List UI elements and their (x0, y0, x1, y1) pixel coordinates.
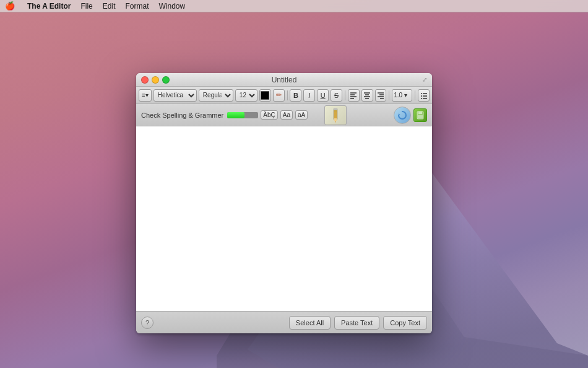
apple-menu[interactable]: 🍎 (5, 1, 15, 11)
titlebar: Untitled ⤢ (136, 73, 432, 87)
font-selector[interactable]: Helvetica Arial Times New Roman (153, 89, 197, 102)
font-size-selector[interactable]: 12 10 14 16 18 (235, 89, 257, 102)
main-window: Untitled ⤢ ≡▾ Helvetica Arial Times New … (136, 73, 432, 333)
separator-4 (415, 90, 415, 100)
refresh-icon (397, 110, 407, 120)
spell-check-bar: Check Spelling & Grammer ÄbÇ Aa aA (136, 104, 432, 126)
separator-3 (389, 90, 389, 100)
color-button[interactable] (259, 89, 271, 102)
svg-rect-22 (334, 118, 337, 121)
font-style-selector[interactable]: Regular Bold Italic (199, 89, 233, 102)
refresh-button[interactable] (394, 107, 411, 124)
align-right-button[interactable] (375, 89, 387, 102)
save-button[interactable] (413, 108, 427, 122)
save-icon (416, 111, 425, 120)
menu-file[interactable]: File (80, 2, 92, 11)
highlight-button[interactable]: ✏ (273, 89, 285, 102)
italic-button[interactable]: I (303, 89, 315, 102)
underline-button[interactable]: U (317, 89, 329, 102)
svg-rect-24 (334, 108, 337, 110)
help-button[interactable]: ? (141, 317, 153, 329)
bold-button[interactable]: B (290, 89, 301, 102)
svg-rect-29 (418, 112, 422, 114)
separator-1 (287, 90, 288, 100)
svg-point-15 (421, 93, 422, 94)
strikethrough-button[interactable]: S (331, 89, 342, 102)
close-button[interactable] (141, 76, 149, 84)
window-title: Untitled (272, 76, 297, 84)
separator-2 (345, 90, 345, 100)
color-swatch (261, 91, 269, 100)
list-button[interactable] (418, 89, 430, 102)
svg-point-19 (421, 98, 422, 99)
svg-marker-27 (399, 113, 400, 115)
window-action-buttons (394, 107, 427, 124)
spell-progress-fill (227, 112, 244, 118)
spell-icons: ÄbÇ Aa aA (227, 110, 308, 120)
svg-marker-23 (335, 121, 336, 123)
app-name[interactable]: The A Editor (27, 2, 71, 11)
select-all-button[interactable]: Select All (289, 316, 331, 330)
line-spacing-selector[interactable]: 1.0 ▾ (392, 89, 412, 102)
minimize-button[interactable] (152, 76, 159, 84)
spell-check-label: Check Spelling & Grammer (141, 112, 223, 119)
svg-rect-30 (418, 115, 423, 118)
copy-text-button[interactable]: Copy Text (383, 316, 427, 330)
align-center-button[interactable] (361, 89, 373, 102)
toolbar: ≡▾ Helvetica Arial Times New Roman Regul… (136, 87, 432, 104)
spell-progress-bar (227, 112, 258, 118)
svg-point-17 (421, 95, 422, 97)
maximize-button[interactable] (162, 76, 170, 84)
menu-edit[interactable]: Edit (103, 2, 116, 11)
spell-abc-button[interactable]: ÄbÇ (261, 110, 277, 120)
spell-a-button[interactable]: aA (295, 110, 308, 120)
expand-icon[interactable]: ⤢ (422, 76, 427, 83)
menubar: 🍎 The A Editor File Edit Format Window (0, 0, 588, 12)
list-style-button[interactable]: ≡▾ (139, 89, 152, 102)
paste-text-button[interactable]: Paste Text (334, 316, 379, 330)
bottom-bar: ? Select All Paste Text Copy Text (136, 311, 432, 333)
menu-format[interactable]: Format (125, 2, 149, 11)
bottom-action-buttons: Select All Paste Text Copy Text (289, 316, 427, 330)
pencil-svg (328, 107, 343, 123)
list-icon: ≡▾ (142, 92, 149, 99)
spell-aa-button[interactable]: Aa (280, 110, 293, 120)
text-editor[interactable] (136, 126, 432, 311)
pencil-icon[interactable] (324, 105, 347, 125)
align-left-button[interactable] (348, 89, 360, 102)
traffic-lights (141, 76, 170, 84)
menu-window[interactable]: Window (159, 2, 186, 11)
